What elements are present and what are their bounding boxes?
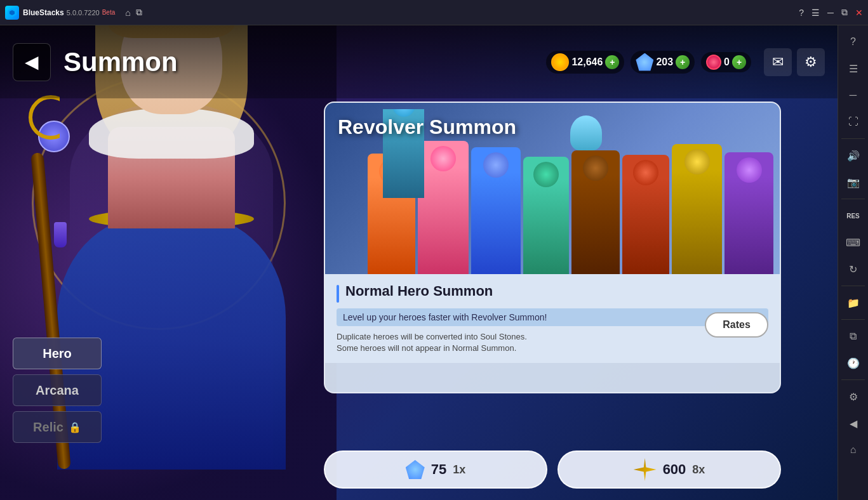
back-arrow-icon: ◀ [25, 51, 39, 72]
summon-1x-label: 1x [453, 463, 465, 477]
gem-icon [636, 53, 653, 71]
summon-1x-button[interactable]: 75 1x [324, 451, 547, 489]
help-icon[interactable]: ? [799, 8, 804, 18]
gem-plus-button[interactable]: + [676, 55, 690, 69]
relic-tab: Relic 🔒 [13, 411, 102, 443]
gem-value: 203 [656, 56, 673, 68]
hero-fig-4 [523, 157, 569, 274]
hero-fig-5 [571, 150, 620, 274]
subtitle-wrapper: Normal Hero Summon [337, 283, 768, 305]
layers-icon[interactable]: ⧉ [842, 325, 865, 348]
summon-8x-cost: 600 [663, 461, 686, 478]
hero-fig-7 [672, 144, 722, 274]
gold-value: 12,646 [571, 56, 603, 68]
card-title: Revolver Summon [338, 115, 516, 139]
restore-icon[interactable]: ⧉ [841, 7, 848, 18]
fullscreen-icon[interactable]: ⛶ [842, 110, 865, 133]
question-icon[interactable]: ? [842, 30, 865, 53]
summon-card: Revolver Summon [324, 102, 781, 393]
summon-8x-button[interactable]: 600 8x [558, 451, 781, 489]
rotate-icon[interactable]: ↻ [842, 258, 865, 280]
home-nav-icon[interactable]: ⌂ [842, 438, 865, 461]
sidebar-divider-4 [841, 319, 865, 320]
crystal-value: 0 [724, 56, 730, 68]
back-button[interactable]: ◀ [13, 43, 51, 81]
sidebar-divider-1 [841, 138, 865, 139]
hero-fig-6 [622, 155, 669, 274]
home-icon[interactable]: ⌂ [125, 8, 130, 18]
beta-label: Beta [102, 9, 116, 16]
copy-icon[interactable]: ⧉ [136, 7, 142, 18]
hero-fig-3 [471, 147, 521, 274]
crystal-icon [706, 55, 721, 70]
page-title: Summon [63, 47, 178, 77]
menu-icon[interactable]: ☰ [842, 57, 865, 80]
game-area: ◀ Summon 12,646 + 203 + 0 + ✉ [0, 25, 838, 500]
card-hero-area: Revolver Summon [325, 103, 780, 274]
crystal-plus-button[interactable]: + [732, 55, 746, 69]
card-subtitle: Normal Hero Summon [345, 283, 493, 299]
sidebar-divider-3 [841, 286, 865, 286]
keyboard-icon[interactable]: ⌨ [842, 231, 865, 254]
settings-button[interactable]: ⚙ [797, 48, 825, 76]
crystal-resource: 0 + [701, 52, 751, 72]
minimize-window-icon[interactable]: ─ [842, 84, 865, 107]
mail-button[interactable]: ✉ [764, 48, 792, 76]
summon-8x-label: 8x [692, 463, 705, 477]
accent-bar [337, 285, 339, 303]
resolution-icon[interactable]: RES [842, 204, 865, 227]
card-description: Duplicate heroes will be converted into … [337, 331, 527, 354]
gem-cost-icon-1x [406, 460, 425, 479]
hero-tab-label: Hero [43, 346, 72, 361]
app-version: 5.0.0.7220 [67, 9, 100, 16]
card-highlight: Level up your heroes faster with Revolve… [337, 308, 768, 326]
app-name: BlueStacks [23, 8, 64, 17]
arcana-tab[interactable]: Arcana [13, 374, 102, 406]
sidebar-divider-2 [841, 199, 865, 199]
volume-icon[interactable]: 🔊 [842, 144, 865, 167]
arcana-tab-label: Arcana [36, 383, 79, 398]
summon-buttons-area: 75 1x 600 8x [324, 451, 781, 489]
window-controls: ? ☰ ─ ⧉ ✕ [799, 7, 863, 18]
header-resources: 12,646 + 203 + 0 + ✉ ⚙ [546, 48, 825, 76]
game-header: ◀ Summon 12,646 + 203 + 0 + ✉ [0, 25, 838, 98]
gold-icon [551, 53, 569, 71]
settings-gear-icon[interactable]: ⚙ [842, 385, 865, 408]
hero-fig-2 [418, 141, 469, 274]
right-sidebar: ? ☰ ─ ⛶ 🔊 📷 RES ⌨ ↻ 📁 ⧉ 🕐 ⚙ ◀ ⌂ [838, 25, 868, 500]
gold-resource: 12,646 + [546, 51, 624, 74]
left-nav: Hero Arcana Relic 🔒 [13, 338, 102, 443]
weapon-icon-8x [634, 458, 657, 481]
titlebar: BlueStacks 5.0.0.7220 Beta ⌂ ⧉ ? ☰ ─ ⧉ ✕ [0, 0, 868, 25]
hero-tab[interactable]: Hero [13, 338, 102, 369]
gold-plus-button[interactable]: + [605, 55, 619, 69]
hamburger-icon[interactable]: ☰ [811, 8, 820, 18]
folder-icon[interactable]: 📁 [842, 291, 865, 314]
bluestacks-logo [5, 6, 19, 20]
back-nav-icon[interactable]: ◀ [842, 412, 865, 435]
gem-resource: 203 + [631, 51, 695, 74]
relic-tab-label: Relic [33, 420, 63, 435]
lock-icon: 🔒 [69, 421, 81, 433]
card-info: Normal Hero Summon Level up your heroes … [325, 274, 780, 363]
sidebar-divider-5 [841, 379, 865, 380]
rates-button[interactable]: Rates [705, 312, 768, 338]
titlebar-icons: ⌂ ⧉ [125, 7, 142, 18]
summon-1x-cost: 75 [431, 461, 446, 478]
header-action-icons: ✉ ⚙ [764, 48, 825, 76]
clock-icon[interactable]: 🕐 [842, 352, 865, 374]
minimize-icon[interactable]: ─ [827, 8, 834, 18]
camera-icon[interactable]: 📷 [842, 171, 865, 194]
hero-fig-8 [724, 152, 773, 274]
close-icon[interactable]: ✕ [855, 8, 863, 18]
